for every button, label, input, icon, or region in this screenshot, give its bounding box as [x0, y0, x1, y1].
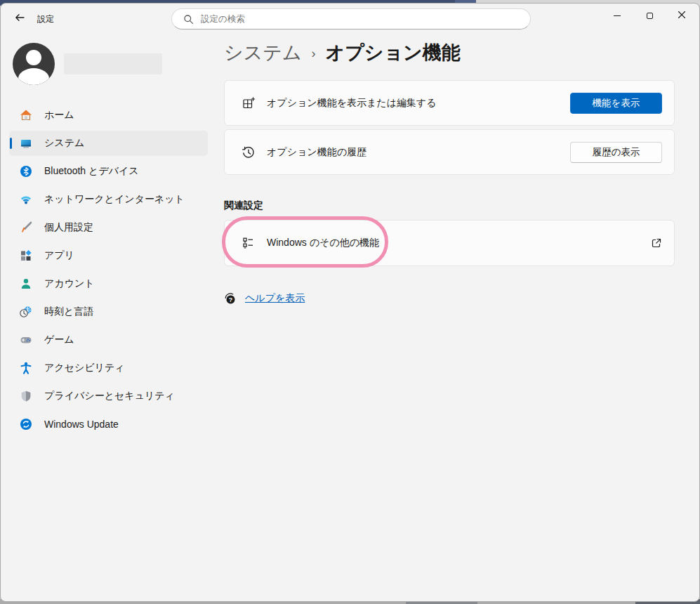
sidebar-item-gaming[interactable]: ゲーム	[9, 327, 208, 353]
time-language-icon	[20, 306, 32, 318]
page-title: オプション機能	[326, 40, 461, 65]
more-windows-features-card[interactable]: Windows のその他の機能	[224, 220, 675, 266]
related-settings-header: 関連設定	[224, 199, 263, 212]
maximize-icon	[647, 13, 653, 19]
arrow-left-icon	[14, 12, 25, 25]
get-help-icon: ?	[222, 290, 239, 307]
search-icon	[183, 14, 194, 25]
breadcrumb-parent[interactable]: システム	[224, 40, 302, 65]
add-features-icon	[242, 96, 256, 110]
sidebar-nav: ホーム システム Bluetooth とデバイス	[9, 103, 208, 440]
sidebar-item-windows-update[interactable]: Windows Update	[9, 412, 208, 437]
search-input[interactable]	[201, 14, 522, 24]
sidebar-item-label: 個人用設定	[44, 221, 93, 234]
optional-features-card: オプション機能を表示または編集する 機能を表示	[224, 80, 675, 126]
show-help-link[interactable]: ヘルプを表示	[245, 292, 305, 305]
windows-update-icon	[20, 418, 32, 431]
view-history-button[interactable]: 履歴の表示	[570, 142, 662, 163]
selected-indicator	[10, 138, 12, 149]
sidebar-item-privacy-security[interactable]: プライバシーとセキュリティ	[9, 383, 208, 409]
network-icon	[20, 193, 32, 206]
chevron-right-icon: ›	[312, 46, 316, 61]
minimize-button[interactable]	[601, 4, 633, 27]
sidebar-item-accounts[interactable]: アカウント	[9, 271, 208, 296]
sidebar-item-label: システム	[44, 137, 84, 150]
sidebar-item-label: プライバシーとセキュリティ	[44, 390, 175, 402]
sidebar-item-bluetooth-devices[interactable]: Bluetooth とデバイス	[9, 159, 208, 184]
settings-window: 設定	[0, 3, 700, 602]
bluetooth-icon	[20, 165, 32, 178]
close-button[interactable]	[666, 4, 698, 27]
main-content: システム › オプション機能 オプション機能を表示または編集する 機能を表示 オ…	[224, 33, 675, 601]
sidebar-item-apps[interactable]: アプリ	[9, 243, 208, 268]
sidebar-item-network-internet[interactable]: ネットワークとインターネット	[9, 187, 208, 212]
app-title: 設定	[37, 13, 54, 25]
sidebar-item-home[interactable]: ホーム	[9, 103, 208, 128]
minimize-icon	[614, 15, 621, 16]
sidebar-item-label: Windows Update	[44, 419, 119, 430]
avatar[interactable]	[13, 43, 55, 85]
open-external-icon	[651, 237, 662, 249]
sidebar-item-label: 時刻と言語	[44, 306, 93, 318]
back-button[interactable]	[9, 9, 30, 27]
help-row: ? ヘルプを表示	[222, 290, 305, 307]
maximize-button[interactable]	[633, 4, 666, 27]
sidebar-item-label: アカウント	[44, 277, 95, 290]
sidebar-item-personalization[interactable]: 個人用設定	[9, 215, 208, 240]
sidebar-item-label: Bluetooth とデバイス	[44, 165, 139, 178]
card-label: オプション機能の履歴	[267, 146, 570, 159]
titlebar: 設定	[1, 4, 699, 33]
accessibility-icon	[20, 362, 32, 374]
system-icon	[20, 137, 32, 150]
home-icon	[20, 109, 32, 122]
sidebar-item-label: ゲーム	[44, 334, 74, 346]
sidebar-item-label: ネットワークとインターネット	[44, 193, 185, 206]
history-icon	[242, 145, 256, 159]
sidebar-item-label: アプリ	[44, 249, 74, 262]
sidebar-item-time-language[interactable]: 時刻と言語	[9, 299, 208, 324]
card-label: Windows のその他の機能	[267, 237, 651, 249]
search-box[interactable]	[171, 8, 531, 29]
card-label: オプション機能を表示または編集する	[267, 97, 570, 110]
apps-icon	[20, 249, 32, 262]
optional-features-history-card: オプション機能の履歴 履歴の表示	[224, 129, 675, 175]
caption-buttons	[601, 4, 698, 27]
sidebar-item-accessibility[interactable]: アクセシビリティ	[9, 355, 208, 381]
features-list-icon	[242, 236, 256, 250]
gaming-icon	[20, 334, 32, 346]
sidebar-item-label: ホーム	[44, 109, 74, 122]
sidebar-item-system[interactable]: システム	[9, 131, 208, 156]
accounts-icon	[20, 277, 32, 290]
privacy-icon	[20, 390, 32, 402]
user-name-redacted	[64, 53, 162, 74]
close-icon	[678, 10, 686, 21]
view-features-button[interactable]: 機能を表示	[570, 93, 662, 114]
svg-text:?: ?	[229, 296, 233, 303]
sidebar: ホーム システム Bluetooth とデバイス	[1, 33, 217, 601]
personalization-icon	[20, 221, 32, 234]
sidebar-item-label: アクセシビリティ	[44, 362, 125, 374]
breadcrumb: システム › オプション機能	[224, 40, 461, 65]
